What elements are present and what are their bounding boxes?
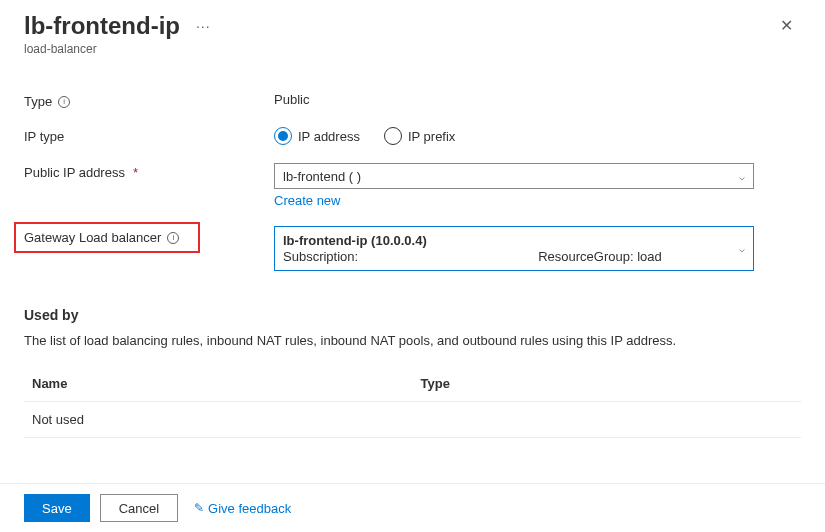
gateway-dropdown[interactable]: lb-frontend-ip (10.0.0.4) Subscription: … bbox=[274, 226, 754, 271]
column-name: Name bbox=[24, 366, 413, 402]
cell-name: Not used bbox=[24, 402, 413, 438]
gateway-subscription-label: Subscription: bbox=[283, 249, 358, 264]
give-feedback-link[interactable]: ✎ Give feedback bbox=[194, 501, 291, 516]
public-ip-dropdown[interactable]: lb-frontend ( ) ⌵ bbox=[274, 163, 754, 189]
feedback-label: Give feedback bbox=[208, 501, 291, 516]
radio-ip-address[interactable]: IP address bbox=[274, 127, 360, 145]
type-value: Public bbox=[274, 92, 309, 107]
gateway-resourcegroup-label: ResourceGroup: load bbox=[538, 249, 662, 264]
gateway-label-highlight: Gateway Load balancer i bbox=[14, 222, 200, 253]
column-type: Type bbox=[413, 366, 802, 402]
iptype-label: IP type bbox=[24, 129, 64, 144]
gateway-label: Gateway Load balancer bbox=[24, 230, 161, 245]
radio-icon bbox=[384, 127, 402, 145]
public-ip-label: Public IP address bbox=[24, 165, 125, 180]
more-actions-button[interactable]: ··· bbox=[192, 18, 215, 34]
radio-icon bbox=[274, 127, 292, 145]
usedby-description: The list of load balancing rules, inboun… bbox=[24, 333, 801, 348]
info-icon[interactable]: i bbox=[167, 232, 179, 244]
page-title: lb-frontend-ip bbox=[24, 12, 180, 40]
feedback-icon: ✎ bbox=[194, 501, 204, 515]
dropdown-value: lb-frontend ( ) bbox=[283, 169, 361, 184]
gateway-selected-title: lb-frontend-ip (10.0.0.4) bbox=[283, 233, 662, 248]
radio-label: IP address bbox=[298, 129, 360, 144]
info-icon[interactable]: i bbox=[58, 96, 70, 108]
cancel-button[interactable]: Cancel bbox=[100, 494, 178, 522]
chevron-down-icon: ⌵ bbox=[739, 171, 745, 182]
save-button[interactable]: Save bbox=[24, 494, 90, 522]
table-row: Not used bbox=[24, 402, 801, 438]
radio-label: IP prefix bbox=[408, 129, 455, 144]
required-indicator: * bbox=[133, 165, 138, 180]
usedby-table: Name Type Not used bbox=[24, 366, 801, 438]
radio-ip-prefix[interactable]: IP prefix bbox=[384, 127, 455, 145]
cell-type bbox=[413, 402, 802, 438]
create-new-link[interactable]: Create new bbox=[274, 193, 340, 208]
page-subtitle: load-balancer bbox=[24, 42, 215, 56]
close-button[interactable]: ✕ bbox=[772, 12, 801, 39]
usedby-heading: Used by bbox=[24, 307, 801, 323]
chevron-down-icon: ⌵ bbox=[739, 243, 745, 254]
type-label: Type bbox=[24, 94, 52, 109]
